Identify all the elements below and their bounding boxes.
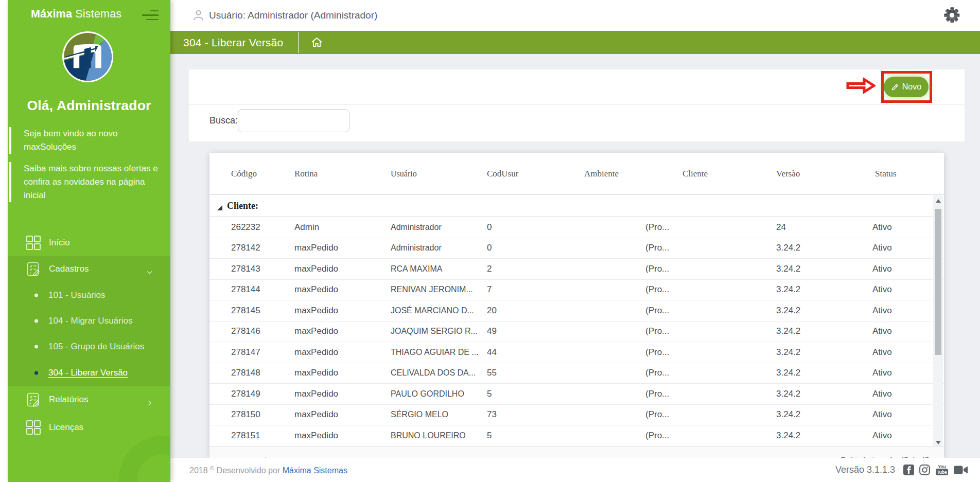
cell-usuario: BRUNO LOUREIRO [391, 431, 466, 440]
column-header[interactable]: Versão [776, 153, 800, 195]
footer-year: 2018 [189, 466, 208, 475]
table-row[interactable]: 278148 maxPedido CELIVALDA DOS DA... 55 … [209, 363, 944, 384]
table-row[interactable]: 278146 maxPedido JOAQUIM SERGIO R... 49 … [209, 322, 944, 343]
cell-rotina: maxPedido [294, 264, 338, 274]
table-row[interactable]: 278144 maxPedido RENIVAN JERONIM... 7 (P… [209, 280, 944, 301]
sidebar-item-label: Relatórios [49, 395, 89, 405]
cell-status: Ativo [872, 284, 892, 295]
table-row[interactable]: 278147 maxPedido THIAGO AGUIAR DE ... 44… [209, 342, 944, 363]
page-title: 304 - Liberar Versão [183, 37, 283, 49]
video-camera-icon[interactable] [954, 465, 968, 475]
topbar: Usuário: Administrador (Administrador) [170, 0, 980, 31]
cell-codusur: 49 [487, 326, 497, 336]
search-row: Busca: [189, 105, 965, 141]
cell-usuario: RCA MAXIMA [391, 264, 442, 274]
scrollbar-thumb[interactable] [935, 209, 941, 355]
group-row[interactable]: Cliente: [209, 195, 944, 217]
sidebar-item-label: Licenças [49, 422, 83, 433]
cell-usuario: JOAQUIM SERGIO R... [391, 327, 478, 336]
cell-versao: 3.24.2 [776, 409, 800, 420]
cell-rotina: maxPedido [294, 409, 338, 420]
facebook-icon[interactable] [903, 465, 914, 475]
cell-codusur: 5 [487, 431, 492, 441]
sidebar-subitem[interactable]: 101 - Usuários [8, 282, 170, 308]
table-row[interactable]: 278143 maxPedido RCA MAXIMA 2 (Pro... 3.… [209, 259, 944, 280]
annotation-arrow [846, 77, 876, 94]
vertical-scrollbar[interactable] [933, 195, 943, 448]
brand-light: Sistemas [75, 8, 121, 20]
scroll-up-icon[interactable] [936, 199, 941, 203]
sidebar-subitem[interactable]: 105 - Grupo de Usuários [8, 334, 170, 360]
cell-usuario: Administrador [391, 243, 442, 253]
cell-rotina: maxPedido [294, 431, 338, 441]
cell-cliente: (Pro... [645, 389, 669, 399]
pager-prev-icon[interactable]: ‹ [264, 454, 269, 458]
app-version: Versão 3.1.1.3 [835, 465, 895, 475]
cell-codusur: 73 [487, 409, 497, 420]
cell-versao: 3.24.2 [776, 431, 800, 441]
sidebar-item-cadastros[interactable]: Cadastros [8, 256, 170, 282]
gear-icon[interactable] [943, 7, 960, 24]
column-header[interactable]: Status [875, 153, 897, 195]
menu-toggle-icon[interactable] [142, 10, 159, 21]
footer: 2018 © Desenvolvido por Máxima Sistemas … [170, 458, 980, 482]
column-header[interactable]: Cliente [682, 153, 708, 195]
table-row[interactable]: 262232 Admin Administrador 0 (Pro... 24 … [209, 217, 944, 238]
sidebar-item-licencas[interactable]: Licenças [8, 414, 170, 441]
cell-usuario: CELIVALDA DOS DA... [391, 368, 476, 378]
cell-versao: 3.24.2 [776, 306, 800, 316]
cell-usuario: THIAGO AGUIAR DE ... [391, 348, 479, 357]
welcome-notice: Seja bem vindo ao novo maxSoluções [9, 127, 138, 154]
sidebar-subitem[interactable]: 304 - Liberar Versão [8, 360, 170, 386]
column-header[interactable]: Ambiente [584, 153, 619, 195]
column-header[interactable]: Código [231, 153, 257, 195]
sidebar-item-label: Cadastros [49, 264, 89, 274]
company-avatar [62, 31, 113, 82]
table-row[interactable]: 278150 maxPedido SÉRGIO MELO 73 (Pro... … [209, 405, 944, 426]
cell-status: Ativo [872, 326, 892, 336]
home-icon[interactable] [311, 37, 323, 48]
table-row[interactable]: 278151 maxPedido BRUNO LOUREIRO 5 (Pro..… [209, 425, 944, 447]
novo-button-label: Novo [902, 82, 921, 92]
bullet-icon [34, 319, 38, 323]
chevron-down-icon [146, 269, 153, 276]
cell-versao: 3.24.2 [776, 389, 800, 399]
cell-cliente: (Pro... [645, 284, 669, 295]
cell-codusur: 44 [487, 347, 497, 358]
cell-versao: 3.24.2 [776, 326, 800, 336]
sidebar-menu: Início Cadastros [8, 229, 170, 441]
cell-status: Ativo [872, 347, 892, 358]
cell-cliente: (Pro... [645, 326, 669, 336]
sidebar-item-inicio[interactable]: Início [8, 229, 170, 256]
table-row[interactable]: 278149 maxPedido PAULO GORDILHO 5 (Pro..… [209, 384, 944, 405]
user-icon [192, 9, 204, 21]
pager-bar: ‹ Exibindo itens 1 - 45 de 45 [209, 446, 944, 458]
column-header[interactable]: Rotina [294, 153, 318, 195]
sidebar-watermark [119, 436, 170, 482]
table-row[interactable]: 278142 maxPedido Administrador 0 (Pro...… [209, 238, 944, 259]
cadastros-submenu: 101 - Usuários 104 - Migrar Usuários 105… [8, 282, 170, 386]
column-header[interactable]: CodUsur [487, 153, 518, 195]
cell-rotina: maxPedido [294, 347, 338, 358]
cell-status: Ativo [872, 222, 892, 233]
youtube-icon[interactable]: You Tube [935, 463, 949, 476]
company-link[interactable]: Máxima Sistemas [283, 466, 347, 475]
cell-cliente: (Pro... [645, 306, 669, 316]
sidebar-subitem[interactable]: 104 - Migrar Usuários [8, 308, 170, 334]
cell-status: Ativo [872, 368, 892, 378]
cell-cliente: (Pro... [645, 409, 669, 420]
copyright: 2018 © Desenvolvido por Máxima Sistemas [189, 465, 347, 475]
instagram-icon[interactable] [919, 465, 930, 475]
cell-codusur: 0 [487, 222, 492, 233]
scroll-down-icon[interactable] [936, 441, 941, 444]
svg-text:Tube: Tube [937, 470, 947, 475]
cell-status: Ativo [872, 306, 892, 316]
column-header[interactable]: Usuário [391, 153, 417, 195]
cell-codigo: 278146 [231, 326, 260, 336]
bullet-icon [34, 371, 38, 374]
table-row[interactable]: 278145 maxPedido JOSÉ MARCIANO D... 20 (… [209, 300, 944, 322]
sidebar-item-relatorios[interactable]: Relatórios [8, 386, 170, 414]
novo-button[interactable]: Novo [884, 77, 929, 97]
cell-versao: 3.24.2 [776, 243, 800, 253]
search-input[interactable] [238, 109, 349, 132]
